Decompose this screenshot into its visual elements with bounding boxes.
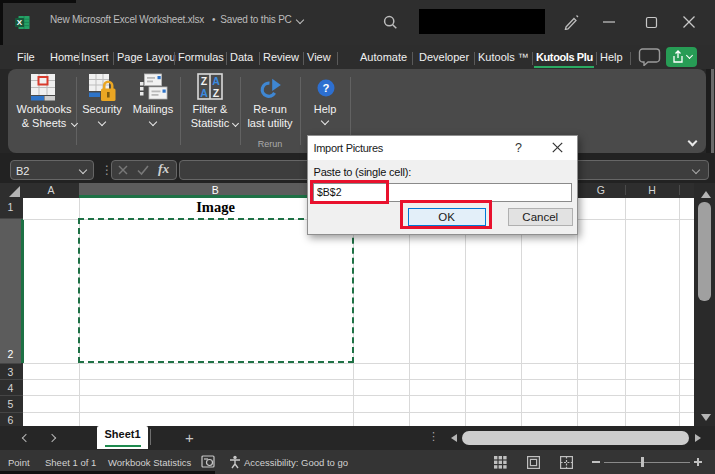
svg-text:A: A — [200, 87, 208, 99]
svg-text:Z: Z — [201, 75, 208, 87]
svg-text:Z: Z — [213, 87, 220, 99]
svg-text:A: A — [212, 75, 220, 87]
svg-text:?: ? — [322, 82, 329, 94]
svg-text:X: X — [17, 18, 23, 27]
